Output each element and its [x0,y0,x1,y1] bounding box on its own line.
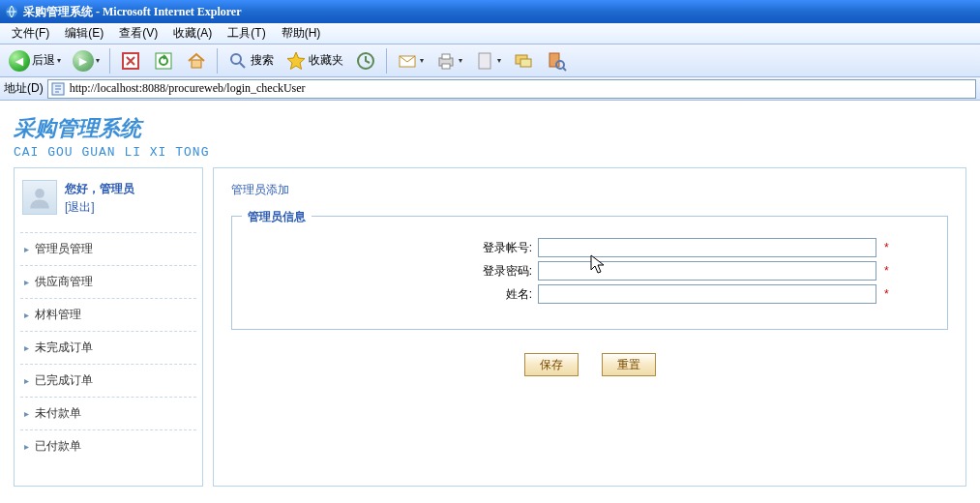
nav-item-completed-orders[interactable]: ▸已完成订单 [20,364,196,397]
required-mark: * [884,287,889,301]
search-icon [227,50,249,72]
required-mark: * [884,264,889,278]
nav-list: ▸管理员管理 ▸供应商管理 ▸材料管理 ▸未完成订单 ▸已完成订单 ▸未付款单 … [20,232,196,462]
discuss-icon [513,50,534,72]
svg-rect-3 [192,60,201,68]
address-label: 地址(D) [4,80,44,97]
nav-item-admin[interactable]: ▸管理员管理 [20,232,196,265]
home-icon [186,50,207,72]
menu-file[interactable]: 文件(F) [4,23,57,44]
print-button[interactable]: ▾ [431,47,467,74]
logout-link[interactable]: [退出] [65,198,134,217]
page-subtitle: CAI GOU GUAN LI XI TONG [14,145,966,160]
svg-rect-10 [479,53,490,69]
password-input[interactable] [538,261,876,281]
nav-label: 已完成订单 [35,372,93,389]
edit-dropdown-icon[interactable]: ▾ [497,56,501,65]
edit-button[interactable]: ▾ [469,47,506,74]
refresh-button[interactable] [148,47,179,74]
home-button[interactable] [181,47,212,74]
avatar [22,180,57,215]
admin-info-fieldset: 管理员信息 登录帐号: * 登录密码: * 姓名: * [231,216,948,330]
toolbar-separator [109,48,110,74]
sidebar: 您好，管理员 [退出] ▸管理员管理 ▸供应商管理 ▸材料管理 ▸未完成订单 ▸… [14,167,203,487]
history-button[interactable] [350,47,381,74]
nav-label: 管理员管理 [35,241,93,257]
svg-rect-12 [520,59,531,67]
svg-point-16 [35,189,45,198]
nav-item-paid[interactable]: ▸已付款单 [20,429,196,462]
chevron-right-icon: ▸ [24,277,29,287]
menu-favorites[interactable]: 收藏(A) [165,23,220,44]
nav-label: 材料管理 [35,307,81,323]
name-input[interactable] [538,284,876,304]
svg-rect-8 [442,54,450,59]
fieldset-legend: 管理员信息 [242,209,312,225]
menu-help[interactable]: 帮助(H) [274,23,329,44]
back-button[interactable]: ◄ 后退 ▾ [4,47,66,74]
svg-point-4 [231,54,241,64]
toolbar-separator [217,48,218,74]
mail-dropdown-icon[interactable]: ▾ [420,56,424,65]
refresh-icon [153,50,174,72]
nav-label: 供应商管理 [35,274,93,290]
favorites-button[interactable]: 收藏夹 [281,47,348,74]
address-input[interactable] [70,81,973,96]
page-title: 采购管理系统 [14,114,966,143]
discuss-button[interactable] [508,47,539,74]
svg-rect-9 [442,64,450,69]
edit-page-icon [474,50,495,72]
forward-dropdown-icon[interactable]: ▾ [96,56,100,65]
required-mark: * [884,241,889,254]
main-panel: 管理员添加 管理员信息 登录帐号: * 登录密码: * 姓名: [213,167,966,487]
mail-button[interactable]: ▾ [392,47,429,74]
nav-label: 未完成订单 [35,340,93,356]
back-icon: ◄ [9,50,30,72]
nav-label: 已付款单 [35,438,81,455]
viewport: 采购管理系统 CAI GOU GUAN LI XI TONG 您好，管理员 [退… [0,101,980,503]
favorites-label: 收藏夹 [309,52,343,69]
password-label: 登录密码: [248,263,538,280]
name-label: 姓名: [248,286,538,303]
forward-icon: ► [73,50,94,72]
nav-item-material[interactable]: ▸材料管理 [20,298,196,331]
back-dropdown-icon[interactable]: ▾ [57,56,61,65]
chevron-right-icon: ▸ [24,408,29,419]
print-dropdown-icon[interactable]: ▾ [459,56,462,65]
menu-view[interactable]: 查看(V) [111,23,165,44]
address-bar: 地址(D) [0,77,980,101]
research-icon [546,50,567,72]
chevron-right-icon: ▸ [24,244,29,254]
mail-icon [397,50,418,72]
back-label: 后退 [32,52,55,69]
breadcrumb: 管理员添加 [231,182,948,198]
search-button[interactable]: 搜索 [223,47,279,74]
page-favicon [50,81,66,97]
account-label: 登录帐号: [248,240,538,256]
button-row: 保存 重置 [231,353,948,376]
svg-rect-13 [549,53,559,67]
greeting-prefix: 您好， [65,182,100,195]
reset-button[interactable]: 重置 [602,353,656,376]
menubar: 文件(F) 编辑(E) 查看(V) 收藏(A) 工具(T) 帮助(H) [0,23,980,44]
toolbar: ◄ 后退 ▾ ► ▾ 搜索 收藏夹 ▾ ▾ ▾ [0,44,980,77]
user-box: 您好，管理员 [退出] [20,176,196,228]
history-icon [355,50,376,72]
research-button[interactable] [541,47,572,74]
greeting: 您好，管理员 [65,180,134,198]
ie-favicon [4,4,19,19]
address-box[interactable] [47,79,976,99]
nav-item-pending-orders[interactable]: ▸未完成订单 [20,331,196,364]
nav-item-unpaid[interactable]: ▸未付款单 [20,397,196,429]
window-titlebar: 采购管理系统 - Microsoft Internet Explorer [0,0,980,23]
save-button[interactable]: 保存 [524,353,579,376]
stop-button[interactable] [115,47,146,74]
chevron-right-icon: ▸ [24,310,29,320]
menu-edit[interactable]: 编辑(E) [57,23,111,44]
forward-button[interactable]: ► ▾ [68,47,104,74]
menu-tools[interactable]: 工具(T) [220,23,273,44]
print-icon [435,50,457,72]
search-label: 搜索 [251,52,274,69]
nav-item-supplier[interactable]: ▸供应商管理 [20,265,196,298]
account-input[interactable] [538,238,876,257]
